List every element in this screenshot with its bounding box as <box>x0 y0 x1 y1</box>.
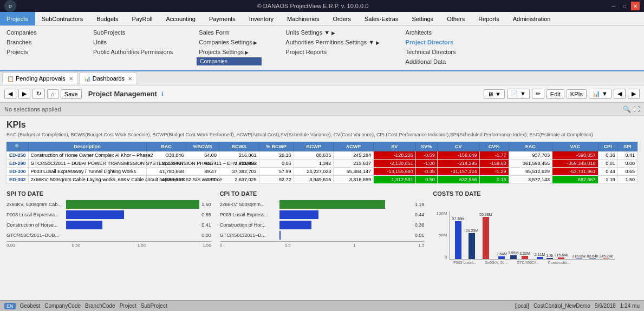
dropdown-additional-data[interactable]: Additional Data <box>404 57 469 66</box>
cell-spi: 1.50 <box>617 175 637 183</box>
cpi-bar-track <box>279 221 413 229</box>
menu-subcontractors[interactable]: SubContractors <box>35 12 90 25</box>
export-button[interactable]: 📄 ▼ <box>507 89 530 99</box>
spi-bar-track <box>66 200 199 209</box>
dropdown-projects[interactable]: Projects <box>4 48 69 56</box>
menu-bar: Projects SubContractors Budgets PayRoll … <box>0 12 644 26</box>
kpis-expand-button[interactable]: 📊 ▼ <box>589 89 612 99</box>
prev-nav-button[interactable]: ◀ <box>614 89 626 99</box>
display-button[interactable]: 🖥 ▼ <box>484 89 505 99</box>
menu-projects[interactable]: Projects <box>0 12 35 25</box>
menu-payments[interactable]: Payments <box>203 12 243 25</box>
home-button[interactable]: ⌂ <box>47 89 58 99</box>
menu-orders[interactable]: Orders <box>326 12 358 25</box>
menu-inventory[interactable]: Inventory <box>243 12 281 25</box>
cpi-axis-0: 0 <box>220 243 222 248</box>
costs-bar-fill <box>469 233 475 259</box>
status-left: EN Geobest CompanyCode BranchCode Projec… <box>4 303 167 309</box>
costs-bar-top-label: 37.38M <box>452 217 464 221</box>
menu-administration[interactable]: Administration <box>506 12 558 25</box>
menu-accounting[interactable]: Accounting <box>159 12 202 25</box>
dropdown-project-reports[interactable]: Project Reports <box>283 48 381 56</box>
cpi-bar-value: 0.36 <box>415 222 425 228</box>
menu-machineries[interactable]: Machineries <box>281 12 326 25</box>
costs-bars-inner: 2.11M1.3k215.64k <box>535 210 568 259</box>
tab-dashboards[interactable]: 📊 Dashboards ✕ <box>79 72 137 84</box>
dropdown-companies-settings[interactable]: Companies Settings <box>197 38 262 47</box>
spi-axis-100: 1.00 <box>137 243 146 248</box>
dropdown-projects-settings[interactable]: Projects Settings <box>197 48 262 56</box>
costs-bar-col: 3.32M <box>519 252 530 259</box>
cell-pct-bcws: 64.00 <box>186 151 219 159</box>
dropdown-companies[interactable]: Companies <box>4 28 69 37</box>
costs-bar-group: 2.64M3.95M3.32M <box>496 210 530 259</box>
costs-bar-top-label: 3.95M <box>508 251 518 255</box>
costs-x-label: GTC/450C/... <box>514 261 541 264</box>
refresh-button[interactable]: ↻ <box>32 89 45 99</box>
next-nav-button[interactable]: ▶ <box>628 89 640 99</box>
status-subproject: SubProject <box>141 303 167 309</box>
menu-payroll[interactable]: PayRoll <box>126 12 160 25</box>
tab-pending-approvals-label: Pending Approvals <box>16 75 66 82</box>
maximize-button[interactable]: □ <box>620 2 629 10</box>
expand-icon[interactable]: ⛶ <box>633 105 640 113</box>
dropdown-units[interactable]: Units <box>91 38 175 47</box>
dropdown-project-directors[interactable]: Project Directors <box>404 38 469 47</box>
costs-bar-fill <box>510 255 517 259</box>
search-icon[interactable]: 🔍 <box>623 105 631 113</box>
dropdown-col-1: Companies Branches Projects <box>4 28 69 66</box>
kpis-button[interactable]: KPIs <box>567 89 587 99</box>
th-bac: BAC <box>146 142 186 151</box>
status-db: CostControl_NewDemo <box>534 303 590 309</box>
menu-sales-extras[interactable]: Sales-Extras <box>358 12 405 25</box>
cell-code: ED-290 <box>7 159 29 167</box>
dropdown-auth-permissions[interactable]: Authorities Permitions Settings ▼ <box>283 38 381 47</box>
dropdown-public-auth[interactable]: Public Authorities Permissions <box>91 48 175 56</box>
th-acwp: ACWP <box>334 142 374 151</box>
back-button[interactable]: ◀ <box>4 89 16 99</box>
costs-bars-inner: 2.64M3.95M3.32M <box>496 210 530 259</box>
minimize-button[interactable]: ─ <box>609 2 618 10</box>
save-button[interactable]: Save <box>61 89 82 99</box>
dropdown-branches[interactable]: Branches <box>4 38 69 47</box>
tab-pending-approvals[interactable]: 📋 Pending Approvals ✕ <box>2 72 78 84</box>
tab-dashboards-close[interactable]: ✕ <box>128 76 132 82</box>
costs-bar-fill <box>589 259 596 259</box>
spi-bar-label: Construction of Horse... <box>6 222 66 228</box>
status-date: 9/6/2018 <box>595 303 616 309</box>
costs-bar-fill <box>576 259 582 259</box>
cell-cpi: 0.01 <box>598 159 617 167</box>
forward-button[interactable]: ▶ <box>18 89 30 99</box>
cell-bcws: 216,861 <box>219 151 259 159</box>
cell-eac: 937,703 <box>509 151 552 159</box>
table-row: ED-302 2x66KV, 500sqmm Cable Laying work… <box>7 175 638 183</box>
cell-acwp: 215,637 <box>334 159 374 167</box>
spi-bar-fill <box>66 221 102 229</box>
table-row: ED-250 Construction of Horse Owner Compl… <box>7 151 638 159</box>
menu-budgets[interactable]: Budgets <box>90 12 125 25</box>
cpi-bar-label: P003 Lusail Express... <box>220 212 279 217</box>
tab-pending-approvals-close[interactable]: ✕ <box>69 76 73 82</box>
menu-settings[interactable]: Settings <box>405 12 440 25</box>
dropdown-architects[interactable]: Architects <box>404 28 469 37</box>
dropdown-sales-form[interactable]: Sales Form <box>197 28 262 37</box>
dropdown-col-3: Sales Form Companies Settings Projects S… <box>197 28 262 66</box>
cpi-bars: 2x66KV, 500sqmm... 1.19 P003 Lusail Expr… <box>220 200 425 240</box>
menu-others[interactable]: Others <box>440 12 472 25</box>
edit-button[interactable]: Edit <box>547 89 564 99</box>
pencil-button[interactable]: ✏ <box>532 89 544 99</box>
costs-bar-col: 88.64k <box>587 254 598 259</box>
breadcrumb-text: No selections applied <box>4 106 61 113</box>
cell-eac: 361,598,455 <box>509 159 552 167</box>
dropdown-technical-directors[interactable]: Technical Directors <box>404 48 469 56</box>
costs-y-100m: 100M <box>433 211 447 216</box>
status-branch-code: BranchCode <box>85 303 115 309</box>
toolbar: ◀ ▶ ↻ ⌂ Save Project Management ℹ 🖥 ▼ 📄 … <box>0 85 644 103</box>
th-code-search[interactable]: 🔍 <box>7 142 29 151</box>
dropdown-subprojects[interactable]: SubProjects <box>91 28 175 37</box>
cpi-bar-row: 2x66KV, 500sqmm... 1.19 <box>220 200 425 209</box>
close-button[interactable]: ✕ <box>631 2 640 10</box>
menu-reports[interactable]: Reports <box>472 12 506 25</box>
dropdown-units-settings[interactable]: Units Settings ▼ <box>283 28 381 37</box>
status-company-code: CompanyCode <box>44 303 81 309</box>
